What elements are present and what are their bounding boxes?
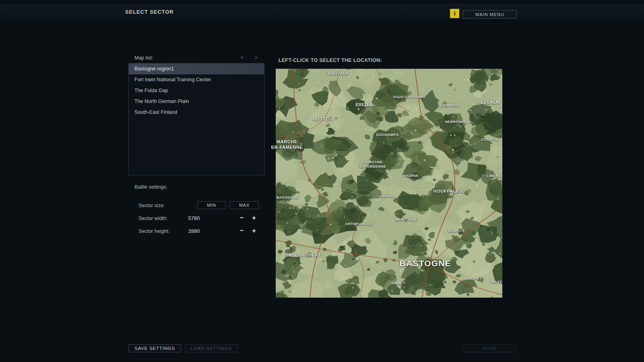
sector-map[interactable]: BARVAUXVAUX-CHAVANNEÉREZÉELIERNEUXVIELSA… — [271, 67, 502, 299]
map-list: Bastogne region1Fort Irwin National Trai… — [128, 63, 264, 175]
load-settings-button[interactable]: LOAD SETTINGS — [185, 344, 237, 352]
map-place-label: VAUX-CHAVANNE — [393, 95, 426, 99]
map-place-label: MARCHE EN-FAMENNE — [271, 139, 303, 150]
map-place-label: BOURCY — [448, 229, 464, 233]
map-place-label: HÉBRONVAL — [445, 120, 469, 124]
map-place-label: HOUFFALIZE — [433, 189, 464, 194]
done-button[interactable]: DONE — [464, 344, 516, 352]
map-place-label: ORTHO — [380, 194, 394, 198]
map-place-label: LIMERLÉ — [487, 174, 502, 178]
sector-height-value: 2880 — [182, 228, 206, 234]
sector-width-value: 5760 — [182, 215, 206, 221]
sector-height-label: Sector height: — [138, 228, 169, 234]
sector-height-decrement-button[interactable]: − — [237, 226, 247, 235]
map-list-prev-icon[interactable]: < — [239, 54, 245, 61]
map-place-label: ORTHEUVILLE — [345, 222, 372, 226]
sector-height-increment-button[interactable]: + — [249, 226, 259, 235]
map-place-label: BASTOGNE — [400, 258, 451, 268]
sector-size-max-button[interactable]: MAX — [230, 201, 259, 209]
page-title: SELECT SECTOR — [125, 4, 174, 21]
map-place-label: BERTOGNE — [396, 218, 417, 222]
sector-size-label: Sector size: — [138, 203, 165, 208]
main-menu-button[interactable]: MAIN MENU — [463, 10, 517, 19]
map-place-label: VIELSALM — [476, 100, 500, 105]
map-place-label: COURTIL — [481, 138, 499, 142]
map-place-label: HOTTON — [313, 117, 333, 122]
map-place-label: NASSOGNE — [277, 195, 299, 200]
sector-width-decrement-button[interactable]: − — [237, 214, 247, 222]
top-bar: SELECT SECTOR i MAIN MENU — [0, 4, 644, 21]
sector-width-increment-button[interactable]: + — [249, 214, 259, 222]
map-list-item[interactable]: The North German Plain — [129, 96, 264, 107]
map-place-label: SAINT-HUBERT — [285, 253, 321, 258]
map-place-label: BOHEY — [468, 276, 482, 280]
info-button[interactable]: i — [450, 9, 459, 18]
map-place-label: NADRIN — [403, 174, 418, 178]
map-label-layer: BARVAUXVAUX-CHAVANNEÉREZÉELIERNEUXVIELSA… — [271, 67, 502, 299]
map-list-item[interactable]: Fort Irwin National Training Center — [129, 74, 264, 85]
sector-size-min-button[interactable]: MIN — [197, 201, 226, 209]
map-place-label: DOCHAMPS — [376, 133, 399, 137]
save-settings-button[interactable]: SAVE SETTINGS — [128, 344, 181, 352]
map-place-label: SIBRET — [391, 281, 405, 285]
battle-settings-label: Battle settings: — [134, 184, 167, 190]
map-list-item[interactable]: The Fulda Gap — [129, 85, 264, 96]
map-instruction-label: LEFT-CLICK TO SELECT THE LOCATION: — [279, 58, 382, 63]
map-place-label: WILTZ — [491, 280, 502, 284]
map-place-label: BARVAUX — [328, 71, 349, 76]
map-list-item[interactable]: Bastogne region1 — [129, 64, 264, 74]
map-place-label: ÉREZÉE — [356, 103, 373, 107]
map-list-next-icon[interactable]: > — [253, 54, 259, 61]
map-list-label: Map list: — [134, 55, 153, 61]
map-list-item[interactable]: South-East Finland — [129, 107, 264, 118]
map-place-label: LA ROCHE- EN-ARDENNE — [360, 160, 386, 169]
sector-width-label: Sector width: — [138, 216, 167, 221]
map-place-label: LIERNEUX — [440, 103, 460, 108]
